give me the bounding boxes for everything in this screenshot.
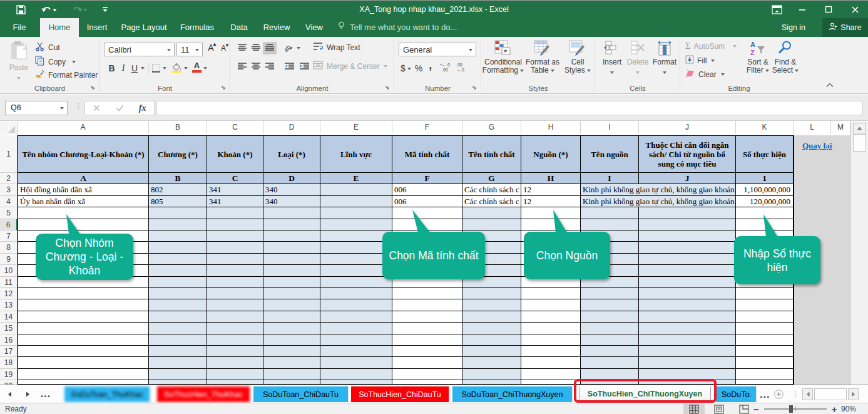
cell-K12[interactable]: [736, 288, 794, 299]
next-sheet-icon[interactable]: [19, 388, 36, 400]
cell-H3[interactable]: 12: [521, 184, 581, 195]
insert-cells-button[interactable]: Insert: [600, 41, 624, 76]
cell-D13[interactable]: [263, 299, 320, 311]
cell-C6[interactable]: [207, 219, 263, 230]
alignment-dialog-launcher-icon[interactable]: [384, 84, 392, 91]
cell-F17[interactable]: [392, 346, 462, 357]
cell-J17[interactable]: [639, 346, 736, 357]
cell-G14[interactable]: [462, 311, 521, 323]
cell-B5[interactable]: [149, 207, 207, 219]
cell-B17[interactable]: [149, 346, 207, 357]
number-format-select[interactable]: General: [399, 43, 476, 56]
cell-K14[interactable]: [736, 311, 794, 323]
cell-D16[interactable]: [263, 334, 320, 346]
comma-style-button[interactable]: ,: [429, 59, 432, 72]
find-select-dropdown-icon[interactable]: [795, 70, 799, 72]
cell-H14[interactable]: [521, 311, 581, 323]
maximize-button[interactable]: [815, 1, 842, 18]
cell-E20[interactable]: [320, 380, 392, 385]
cell-J15[interactable]: [639, 323, 736, 334]
delete-cells-button[interactable]: Delete: [625, 41, 650, 76]
sign-in-link[interactable]: Sign in: [782, 18, 805, 37]
cell-J10[interactable]: [639, 265, 736, 276]
column-header-M[interactable]: M: [831, 121, 850, 134]
cell-E8[interactable]: [320, 242, 392, 253]
borders-button[interactable]: [151, 63, 161, 75]
fill-dropdown-icon[interactable]: [711, 60, 715, 62]
accounting-dropdown-icon[interactable]: [407, 68, 411, 70]
font-color-dropdown-icon[interactable]: [203, 67, 207, 70]
name-box[interactable]: Q6: [5, 101, 68, 115]
letter-cell-F[interactable]: F: [392, 173, 462, 184]
cell-F14[interactable]: [392, 311, 462, 323]
cell-A19[interactable]: [18, 369, 149, 380]
cell-F19[interactable]: [392, 369, 462, 380]
normal-view-button[interactable]: [683, 403, 705, 414]
format-cells-button[interactable]: Format: [651, 41, 678, 76]
cell-F16[interactable]: [392, 334, 462, 346]
enter-icon[interactable]: [108, 103, 131, 114]
increase-decimal-button[interactable]: ←.0.00: [439, 62, 451, 74]
letter-cell-J[interactable]: J: [639, 173, 736, 184]
fill-button[interactable]: Fill: [685, 55, 715, 66]
cell-B16[interactable]: [149, 334, 207, 346]
cell-D3[interactable]: 340: [263, 184, 320, 195]
cell-E18[interactable]: [320, 357, 392, 368]
cell-B13[interactable]: [149, 299, 207, 311]
collapse-ribbon-icon[interactable]: [826, 81, 834, 90]
cell-F20[interactable]: [392, 380, 462, 385]
cell-G17[interactable]: [462, 346, 521, 357]
letter-cell-D[interactable]: D: [263, 173, 320, 184]
row-header-9[interactable]: 9: [0, 254, 18, 265]
cell-D18[interactable]: [263, 357, 320, 368]
font-dialog-launcher-icon[interactable]: [220, 84, 228, 91]
sheet-tab-SoThucHien_ChiDauTu[interactable]: SoThucHien_ChiDauTu: [351, 386, 449, 402]
copy-dropdown-icon[interactable]: [72, 61, 76, 63]
page-break-preview-button[interactable]: [733, 403, 755, 414]
cell-J12[interactable]: [639, 288, 736, 299]
page-layout-view-button[interactable]: [708, 403, 730, 414]
cell-J13[interactable]: [639, 299, 736, 311]
tab-formulas[interactable]: Formulas: [173, 18, 222, 37]
format-as-table-button[interactable]: Format as Table: [524, 40, 561, 75]
horizontal-scroll-thumb[interactable]: [814, 388, 847, 400]
sheet-tab-SoDuToan_ChiThuongXuyen[interactable]: SoDuToan_ChiThuongXuyen: [452, 386, 573, 402]
copy-button[interactable]: Copy: [35, 56, 76, 68]
cell-F4[interactable]: 006: [392, 196, 462, 207]
cell-I16[interactable]: [581, 334, 639, 346]
header-cell-H[interactable]: Nguồn (*): [521, 135, 581, 173]
cell-E3[interactable]: [320, 184, 392, 195]
cell-G19[interactable]: [462, 369, 521, 380]
bottom-align-button[interactable]: [263, 42, 277, 54]
format-as-table-dropdown-icon[interactable]: [551, 70, 554, 72]
cell-D17[interactable]: [263, 346, 320, 357]
underline-dropdown-icon[interactable]: [141, 67, 145, 70]
cell-B6[interactable]: [149, 219, 207, 230]
tab-data[interactable]: Data: [222, 18, 257, 37]
column-header-A[interactable]: A: [18, 121, 149, 134]
number-dialog-launcher-icon[interactable]: [471, 84, 479, 91]
cell-A18[interactable]: [18, 357, 149, 368]
merge-center-button[interactable]: Merge & Center: [313, 61, 387, 71]
cell-A15[interactable]: [18, 323, 149, 334]
cell-D11[interactable]: [263, 277, 320, 288]
middle-align-button[interactable]: [249, 42, 263, 54]
accounting-format-button[interactable]: $: [401, 63, 406, 73]
decrease-indent-button[interactable]: [282, 61, 297, 72]
wrap-text-button[interactable]: Wrap Text: [313, 42, 360, 53]
sheet-tab-SoThucHien_ThuKhac[interactable]: SoThucHien_ThuKhac: [157, 386, 250, 402]
row-header-5[interactable]: 5: [0, 207, 18, 219]
cell-B12[interactable]: [149, 288, 207, 299]
cell-A14[interactable]: [18, 311, 149, 323]
cell-K16[interactable]: [736, 334, 794, 346]
fill-color-dropdown-icon[interactable]: [184, 67, 188, 70]
vertical-scrollbar[interactable]: [850, 122, 868, 385]
cell-B15[interactable]: [149, 323, 207, 334]
scroll-up-icon[interactable]: [853, 123, 866, 133]
cell-B11[interactable]: [149, 277, 207, 288]
align-right-button[interactable]: [263, 61, 277, 72]
cell-C17[interactable]: [207, 346, 263, 357]
ribbon-display-options-icon[interactable]: [764, 1, 789, 18]
cell-C13[interactable]: [207, 299, 263, 311]
cell-C12[interactable]: [207, 288, 263, 299]
